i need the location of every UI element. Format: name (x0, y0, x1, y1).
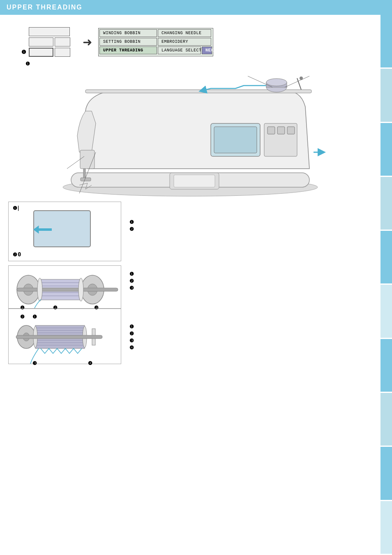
svg-rect-8 (80, 150, 95, 169)
lower-diagrams: ❶ | ❷ 0 (8, 202, 372, 364)
desc3-bullet4: ❹ (129, 345, 134, 351)
menu-section: ❶ ➜ WINDING BOBBIN CHANGING NEEDLE SETTI… (8, 27, 372, 57)
btn-next[interactable]: NEXT (202, 46, 212, 54)
svg-text:❷: ❷ (20, 314, 25, 320)
diag1-i-symbol: | (17, 205, 20, 211)
svg-rect-12 (214, 127, 257, 153)
machine-illustration (46, 70, 334, 197)
desc2-bullet3: ❸ (129, 285, 134, 291)
svg-text:❸: ❸ (32, 360, 37, 366)
btn-changing-needle[interactable]: CHANGING NEEDLE (158, 29, 211, 37)
svg-rect-16 (287, 127, 295, 134)
svg-rect-10 (81, 178, 91, 181)
desc2-bullet2: ❷ (129, 278, 134, 284)
sidebar-tab-5[interactable] (380, 231, 392, 283)
diag1-arrow (33, 225, 52, 234)
svg-point-36 (78, 278, 83, 301)
btn-language-selection[interactable]: LANGUAGE SELECTION (158, 46, 201, 54)
desc-spool-top: ❶ ❷ ❸ (129, 271, 372, 291)
sidebar-right (380, 15, 392, 555)
power-switch-diagram: ❶ | ❷ 0 (8, 202, 121, 261)
svg-line-20 (285, 76, 309, 87)
btn-winding-bobbin[interactable]: WINDING BOBBIN (99, 29, 157, 37)
spool-top-diagram: ❶ ❷ ❸ (8, 265, 121, 309)
svg-rect-23 (174, 175, 215, 187)
spool-bottom-diagram: ❶ ❷ ❸ ❹ (8, 309, 121, 364)
arrow-icon: ➜ (83, 35, 92, 49)
desc3-bullet1: ❶ (129, 324, 134, 330)
diagrams-left: ❶ | ❷ 0 (8, 202, 121, 364)
svg-rect-14 (267, 127, 275, 134)
btn-upper-threading[interactable]: UPPER THREADING (99, 46, 157, 54)
svg-point-5 (266, 79, 287, 86)
desc3-bullet2: ❷ (129, 331, 134, 337)
callout-1-desc: ❶ (25, 61, 372, 67)
sidebar-tab-8[interactable] (380, 393, 392, 446)
svg-text:❶: ❶ (32, 314, 37, 320)
svg-text:❹: ❹ (88, 360, 92, 366)
descriptions-right: ❶ ❷ ❶ ❷ ❸ (129, 202, 372, 364)
machine-svg (46, 70, 334, 197)
spool-diagrams: ❶ ❷ ❸ (8, 265, 121, 364)
spool-top-svg: ❶ ❷ ❸ (12, 269, 123, 310)
desc1-bullet2: ❷ (129, 226, 134, 232)
svg-point-35 (37, 278, 42, 301)
sidebar-tab-2[interactable] (380, 69, 392, 121)
svg-rect-15 (277, 127, 285, 134)
svg-rect-46 (16, 335, 102, 339)
sidebar-tab-9[interactable] (380, 447, 392, 499)
sidebar-tab-1[interactable] (380, 15, 392, 67)
diag1-0-symbol: 0 (18, 251, 21, 258)
desc-switch: ❶ ❷ (129, 219, 372, 232)
diag1-label2: ❷ (13, 252, 17, 258)
svg-rect-9 (83, 169, 85, 179)
spool-bottom-svg: ❶ ❷ ❸ ❹ (12, 312, 123, 366)
desc2-bullet1: ❶ (129, 271, 134, 277)
btn-setting-bobbin[interactable]: SETTING BOBBIN (99, 38, 157, 46)
svg-rect-34 (17, 288, 118, 291)
sidebar-tab-7[interactable] (380, 339, 392, 392)
sidebar-tab-10[interactable] (380, 501, 392, 554)
sidebar-tab-3[interactable] (380, 123, 392, 176)
lcd-panel: WINDING BOBBIN CHANGING NEEDLE SETTING B… (98, 28, 213, 56)
svg-line-6 (297, 78, 301, 90)
desc3-bullet3: ❸ (129, 338, 134, 344)
desc-spool-bottom: ❶ ❷ ❸ ❹ (129, 324, 372, 351)
main-content: ❶ ➜ WINDING BOBBIN CHANGING NEEDLE SETTI… (0, 15, 380, 555)
sidebar-tab-4[interactable] (380, 177, 392, 230)
callout-1-label: ❶ (21, 49, 26, 55)
desc1-bullet1: ❶ (129, 219, 134, 225)
btn-embroidery[interactable]: EMBROIDERY (158, 38, 211, 46)
header-title: UPPER THREADING (7, 4, 83, 11)
header-bar: UPPER THREADING (0, 0, 392, 15)
menu-schematic: ❶ (29, 27, 70, 57)
diag1-screen (33, 210, 91, 247)
sidebar-tab-6[interactable] (380, 285, 392, 337)
